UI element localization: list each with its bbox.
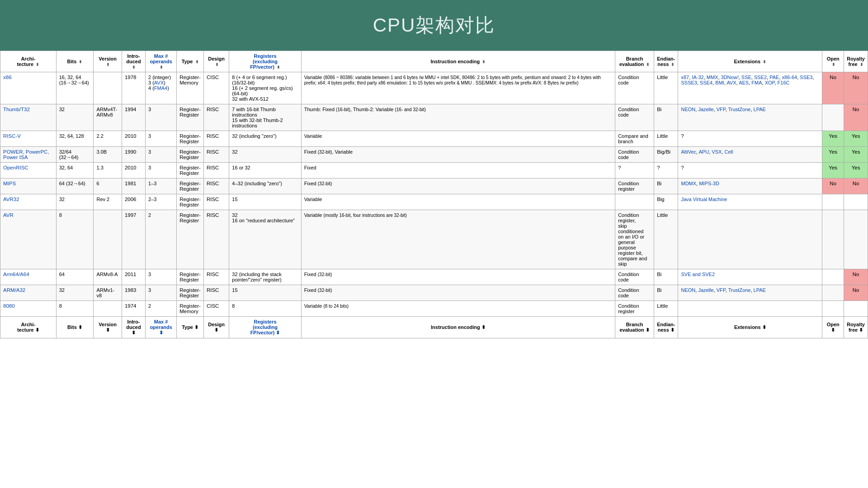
- extension-link[interactable]: XOP: [765, 80, 775, 85]
- extension-link[interactable]: NEON: [681, 107, 695, 112]
- extension-link[interactable]: AVX: [726, 80, 736, 85]
- col-header-open[interactable]: Open ⬍: [822, 51, 844, 72]
- extension-link[interactable]: Jazelle: [698, 107, 713, 112]
- extension-link[interactable]: LPAE: [754, 287, 766, 293]
- col-header-extensions[interactable]: Extensions ⬍: [678, 51, 822, 72]
- col-header-open[interactable]: Open ⬍: [822, 317, 844, 338]
- sort-icon: ⬍: [194, 324, 198, 330]
- cell-extensions[interactable]: [678, 301, 822, 317]
- extension-link[interactable]: TrustZone: [728, 287, 751, 293]
- col-header-version[interactable]: Version ⬍: [94, 51, 122, 72]
- cell-extensions[interactable]: [678, 210, 822, 269]
- arch-link[interactable]: RISC-V: [3, 133, 21, 139]
- cell-extensions[interactable]: NEON, Jazelle, VFP, TrustZone, LPAE: [678, 285, 822, 301]
- col-header-royalty[interactable]: Royaltyfree ⬍: [844, 51, 868, 72]
- cell-extensions[interactable]: NEON, Jazelle, VFP, TrustZone, LPAE: [678, 104, 822, 131]
- arch-link[interactable]: x86: [3, 75, 12, 80]
- col-header-intro[interactable]: Intro-duced ⬍: [122, 51, 145, 72]
- col-header-encoding[interactable]: Instruction encoding ⬍: [301, 317, 615, 338]
- cell-extensions[interactable]: AltiVec, APU, VSX, Cell: [678, 147, 822, 163]
- cell-arch[interactable]: POWER, PowerPC, Power ISA: [0, 147, 57, 163]
- col-header-extensions[interactable]: Extensions ⬍: [678, 317, 822, 338]
- extension-link[interactable]: SSE3: [800, 75, 812, 80]
- arch-link[interactable]: OpenRISC: [3, 165, 28, 170]
- col-header-endian[interactable]: Endian-ness ⬍: [654, 51, 678, 72]
- arch-link[interactable]: AVR: [3, 212, 14, 218]
- cell-open: [822, 269, 844, 285]
- extension-link[interactable]: TrustZone: [728, 107, 751, 112]
- arch-link[interactable]: Thumb/T32: [3, 107, 30, 112]
- col-header-branch[interactable]: Branchevaluation ⬍: [615, 51, 654, 72]
- extension-link[interactable]: LPAE: [754, 107, 766, 112]
- extension-link[interactable]: APU: [699, 149, 709, 155]
- extension-link[interactable]: NEON: [681, 287, 695, 293]
- extension-link[interactable]: MDMX: [681, 181, 696, 186]
- extension-link[interactable]: Cell: [725, 149, 733, 155]
- extension-link[interactable]: IA-32: [692, 75, 703, 80]
- extension-link[interactable]: BMI: [715, 80, 724, 85]
- col-header-royalty[interactable]: Royaltyfree ⬍: [844, 317, 868, 338]
- extension-link[interactable]: MMX: [707, 75, 718, 80]
- cell-extensions[interactable]: ?: [678, 163, 822, 178]
- cell-arch[interactable]: AVR: [0, 210, 57, 269]
- col-header-version[interactable]: Version ⬍: [94, 317, 122, 338]
- arch-link[interactable]: AVR32: [3, 197, 19, 202]
- col-header-branch[interactable]: Branchevaluation ⬍: [615, 317, 654, 338]
- extension-link[interactable]: VSX: [712, 149, 722, 155]
- extension-link[interactable]: AltiVec: [681, 149, 696, 155]
- arch-link[interactable]: MIPS: [3, 181, 16, 186]
- col-header-design[interactable]: Design ⬍: [203, 51, 229, 72]
- cell-arch[interactable]: ARM/A32: [0, 285, 57, 301]
- cell-arch[interactable]: MIPS: [0, 178, 57, 194]
- col-header-type[interactable]: Type ⬍: [177, 51, 204, 72]
- cell-arch[interactable]: RISC-V: [0, 131, 57, 147]
- col-header-type[interactable]: Type ⬍: [177, 317, 204, 338]
- cell-arch[interactable]: Arm64/A64: [0, 269, 57, 285]
- col-header-maxop[interactable]: Max #operands ⬍: [146, 317, 177, 338]
- col-header-arch[interactable]: Archi-tecture ⬍: [0, 317, 57, 338]
- arch-link[interactable]: 8080: [3, 303, 15, 309]
- extension-link[interactable]: Jazelle: [698, 287, 713, 293]
- cell-arch[interactable]: x86: [0, 72, 57, 104]
- col-header-arch[interactable]: Archi-tecture ⬍: [0, 51, 57, 72]
- cell-encoding: Variable: [301, 131, 615, 147]
- arch-link[interactable]: POWER, PowerPC, Power ISA: [3, 149, 49, 160]
- cell-extensions[interactable]: x87, IA-32, MMX, 3DNow!, SSE, SSE2, PAE,…: [678, 72, 822, 104]
- extension-link[interactable]: AES: [739, 80, 749, 85]
- extension-link[interactable]: SVE and SVE2: [681, 272, 715, 277]
- cell-arch[interactable]: Thumb/T32: [0, 104, 57, 131]
- extension-link[interactable]: VFP: [717, 287, 726, 293]
- col-header-endian[interactable]: Endian-ness ⬍: [654, 317, 678, 338]
- extension-link[interactable]: SSE4: [700, 80, 712, 85]
- extension-link[interactable]: VFP: [717, 107, 726, 112]
- extension-link[interactable]: SSE2: [754, 75, 767, 80]
- sort-icon: ⬍: [481, 324, 486, 330]
- col-header-registers[interactable]: Registers(excludingFP/vector) ⬍: [229, 317, 301, 338]
- col-header-registers[interactable]: Registers(excludingFP/vector) ⬍: [229, 51, 301, 72]
- cell-extensions[interactable]: MDMX, MIPS-3D: [678, 178, 822, 194]
- col-header-bits[interactable]: Bits ⬍: [56, 51, 94, 72]
- extension-link[interactable]: SSSE3: [681, 80, 697, 85]
- col-header-bits[interactable]: Bits ⬍: [56, 317, 94, 338]
- extension-link[interactable]: PAE: [769, 75, 779, 80]
- cell-extensions[interactable]: SVE and SVE2: [678, 269, 822, 285]
- extension-link[interactable]: SSE: [741, 75, 751, 80]
- col-header-intro[interactable]: Intro-duced ⬍: [122, 317, 145, 338]
- cell-arch[interactable]: AVR32: [0, 194, 57, 210]
- extension-link[interactable]: F16C: [778, 80, 790, 85]
- cell-extensions[interactable]: Java Virtual Machine: [678, 194, 822, 210]
- extension-link[interactable]: x86-64: [782, 75, 797, 80]
- col-header-maxop[interactable]: Max #operands ⬍: [146, 51, 177, 72]
- arch-link[interactable]: Arm64/A64: [3, 272, 29, 277]
- extension-link[interactable]: 3DNow!: [721, 75, 739, 80]
- extension-link[interactable]: FMA: [751, 80, 762, 85]
- cell-arch[interactable]: 8080: [0, 301, 57, 317]
- extension-link[interactable]: MIPS-3D: [699, 181, 719, 186]
- extension-link[interactable]: x87: [681, 75, 689, 80]
- cell-extensions[interactable]: ?: [678, 131, 822, 147]
- col-header-design[interactable]: Design ⬍: [203, 317, 229, 338]
- col-header-encoding[interactable]: Instruction encoding ⬍: [301, 51, 615, 72]
- cell-arch[interactable]: OpenRISC: [0, 163, 57, 178]
- extension-link[interactable]: Java Virtual Machine: [681, 197, 727, 202]
- arch-link[interactable]: ARM/A32: [3, 287, 25, 293]
